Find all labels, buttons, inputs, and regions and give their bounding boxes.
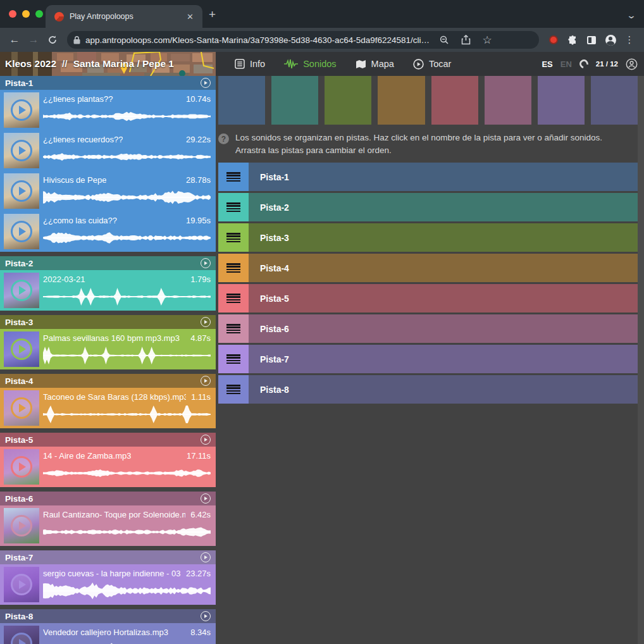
- tab-search-chevron-icon[interactable]: ⌄: [626, 10, 636, 20]
- sidebar-track-header[interactable]: Pista-1: [0, 76, 216, 90]
- audio-clip[interactable]: 2022-03-211.79s: [0, 270, 216, 311]
- zoom-out-icon[interactable]: [435, 30, 454, 49]
- sidebar-track-header[interactable]: Pista-2: [0, 256, 216, 270]
- lang-en-toggle[interactable]: EN: [560, 59, 572, 69]
- audio-clip[interactable]: Taconeo de Sara Baras (128 kbps).mp31.11…: [0, 388, 216, 428]
- zoom-window-button[interactable]: [35, 10, 43, 18]
- track-row-body[interactable]: Pista-6: [249, 314, 638, 343]
- account-icon[interactable]: [626, 58, 638, 70]
- track-row[interactable]: Pista-1: [218, 163, 638, 191]
- track-play-button[interactable]: [201, 493, 211, 504]
- browser-tab[interactable]: Play Antropoloops ✕: [46, 5, 202, 28]
- track-row[interactable]: Pista-6: [218, 314, 638, 343]
- track-row[interactable]: Pista-3: [218, 223, 638, 252]
- lang-es-toggle[interactable]: ES: [542, 59, 552, 69]
- drag-handle[interactable]: [218, 223, 249, 252]
- audio-clip[interactable]: sergio cuevas - la harpe indienne - 03 -…: [0, 564, 216, 605]
- help-question-icon[interactable]: ?: [218, 133, 229, 144]
- clip-thumbnail[interactable]: [4, 214, 39, 249]
- track-row[interactable]: Pista-7: [218, 345, 638, 373]
- track-row-body[interactable]: Pista-7: [249, 345, 638, 373]
- drag-handle[interactable]: [218, 193, 249, 221]
- track-play-button[interactable]: [201, 611, 211, 621]
- clip-play-overlay-icon[interactable]: [11, 180, 32, 202]
- drag-handle[interactable]: [218, 163, 249, 191]
- sidebar-track-header[interactable]: Pista-6: [0, 492, 216, 505]
- clip-thumbnail[interactable]: [4, 133, 39, 168]
- clip-thumbnail[interactable]: [4, 273, 39, 308]
- audio-clip[interactable]: ¿¿tienes recuerdos??29.22s: [0, 130, 216, 171]
- clip-play-overlay-icon[interactable]: [11, 397, 32, 419]
- sidebar-track-header[interactable]: Pista-5: [0, 433, 216, 447]
- close-window-button[interactable]: [9, 10, 16, 18]
- extensions-puzzle-icon[interactable]: [563, 30, 582, 49]
- audio-clip[interactable]: 14 - Aire de Zamba.mp317.11s: [0, 447, 216, 487]
- audio-clip[interactable]: ¿¿tienes plantas??10.74s: [0, 90, 216, 130]
- sidebar-track-header[interactable]: Pista-8: [0, 609, 216, 623]
- track-play-button[interactable]: [201, 78, 211, 88]
- remix-banner[interactable]: Kleos 2022 // Santa Marina / Pepe 1: [0, 52, 216, 76]
- track-row[interactable]: Pista-2: [218, 193, 638, 221]
- profile-avatar-icon[interactable]: [601, 30, 620, 49]
- tab-close-icon[interactable]: ✕: [184, 11, 196, 23]
- menu-kebab-icon[interactable]: ⋮: [620, 30, 639, 49]
- address-bar[interactable]: app.antropoloops.com/Kleos-Santa-Marina/…: [67, 31, 539, 49]
- drag-handle[interactable]: [218, 345, 249, 373]
- record-extension-icon[interactable]: [544, 30, 563, 49]
- track-row-body[interactable]: Pista-1: [249, 163, 638, 191]
- clip-play-overlay-icon[interactable]: [11, 338, 32, 360]
- track-row-body[interactable]: Pista-4: [249, 254, 638, 282]
- track-row-body[interactable]: Pista-3: [249, 223, 638, 252]
- clip-play-overlay-icon[interactable]: [11, 456, 32, 478]
- clip-thumbnail[interactable]: [4, 92, 39, 128]
- nav-item-sonidos[interactable]: Sonidos: [279, 59, 341, 69]
- track-row-body[interactable]: Pista-2: [249, 193, 638, 221]
- audio-clip[interactable]: Vendedor callejero Hortalizas.mp38.34s: [0, 623, 216, 644]
- bookmark-star-icon[interactable]: ☆: [478, 30, 497, 49]
- track-play-button[interactable]: [201, 435, 211, 445]
- back-button[interactable]: ←: [5, 30, 24, 49]
- track-play-button[interactable]: [201, 317, 211, 327]
- sidebar-track-header[interactable]: Pista-4: [0, 374, 216, 388]
- audio-clip[interactable]: Raul Cantizano- Toque por Solenoide.mp36…: [0, 505, 216, 546]
- clip-thumbnail[interactable]: [4, 626, 39, 644]
- clip-thumbnail[interactable]: [4, 567, 39, 602]
- nav-item-mapa[interactable]: Mapa: [350, 59, 399, 69]
- clip-thumbnail[interactable]: [4, 331, 39, 367]
- clip-thumbnail[interactable]: [4, 390, 39, 426]
- track-play-button[interactable]: [201, 258, 211, 268]
- audio-clip[interactable]: ¿¿como las cuida??19.95s: [0, 211, 216, 252]
- clip-thumbnail[interactable]: [4, 449, 39, 485]
- track-row[interactable]: Pista-4: [218, 254, 638, 282]
- share-icon[interactable]: [456, 30, 475, 49]
- minimize-window-button[interactable]: [22, 10, 30, 18]
- clip-play-overlay-icon[interactable]: [11, 140, 32, 161]
- drag-handle[interactable]: [218, 375, 249, 404]
- clip-play-overlay-icon[interactable]: [11, 280, 32, 301]
- drag-handle[interactable]: [218, 314, 249, 343]
- clip-thumbnail[interactable]: [4, 173, 39, 209]
- sidebar-track-header[interactable]: Pista-7: [0, 550, 216, 564]
- track-row-body[interactable]: Pista-5: [249, 284, 638, 313]
- clip-play-overlay-icon[interactable]: [11, 515, 32, 536]
- reload-button[interactable]: [43, 30, 62, 49]
- clip-play-overlay-icon[interactable]: [11, 574, 32, 595]
- drag-handle[interactable]: [218, 254, 249, 282]
- clip-play-overlay-icon[interactable]: [11, 99, 32, 121]
- side-panel-icon[interactable]: [582, 30, 601, 49]
- track-row[interactable]: Pista-5: [218, 284, 638, 313]
- lock-icon[interactable]: [73, 36, 80, 44]
- nav-item-tocar[interactable]: Tocar: [408, 59, 456, 70]
- track-play-button[interactable]: [201, 376, 211, 386]
- drag-handle[interactable]: [218, 284, 249, 313]
- track-row-body[interactable]: Pista-8: [249, 375, 638, 404]
- track-play-button[interactable]: [201, 552, 211, 562]
- forward-button[interactable]: →: [24, 30, 43, 49]
- new-tab-button[interactable]: +: [209, 9, 216, 20]
- page-scrollbar[interactable]: [638, 76, 644, 644]
- sidebar-track-header[interactable]: Pista-3: [0, 315, 216, 329]
- clip-play-overlay-icon[interactable]: [11, 221, 32, 242]
- clip-thumbnail[interactable]: [4, 508, 39, 543]
- audio-clip[interactable]: Hiviscus de Pepe28.78s: [0, 171, 216, 211]
- clip-play-overlay-icon[interactable]: [11, 633, 32, 644]
